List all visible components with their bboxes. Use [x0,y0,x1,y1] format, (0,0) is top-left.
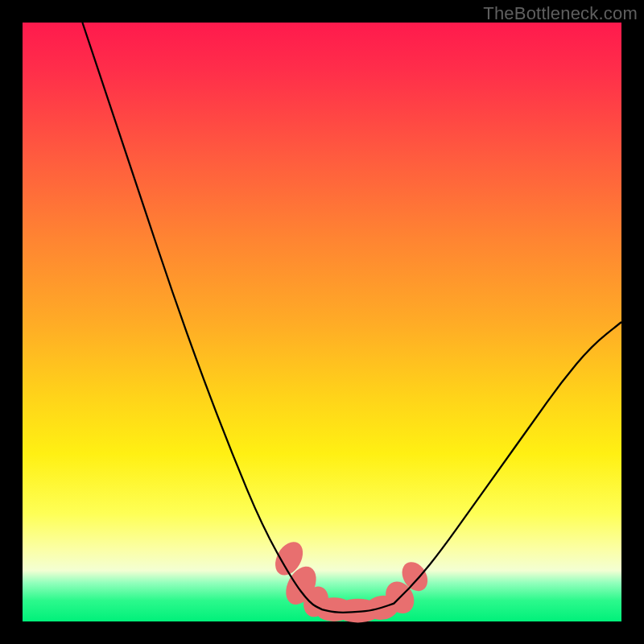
bottleneck-curve [82,23,621,613]
chart-container: TheBottleneck.com [0,0,644,644]
bottleneck-curve-svg [23,23,621,621]
plot-area [23,23,621,621]
watermark-text: TheBottleneck.com [483,3,638,24]
